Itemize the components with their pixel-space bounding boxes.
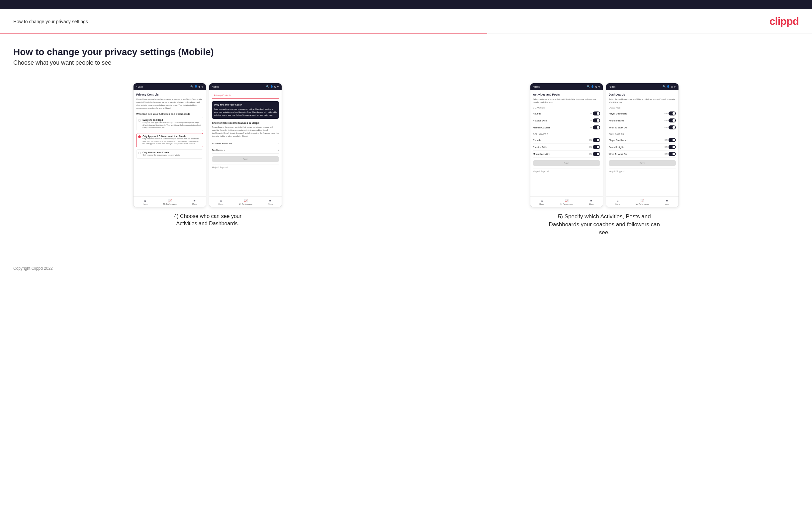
toggle-on-manual-f: ON xyxy=(589,152,600,156)
dashboards-label: Dashboards xyxy=(212,149,224,151)
nav-performance-1[interactable]: 📈 My Performance xyxy=(163,199,177,205)
nav-performance-2[interactable]: 📈 My Performance xyxy=(239,199,252,205)
on-text-pd-f: ON xyxy=(665,139,667,141)
back-button-2[interactable]: ‹ Back xyxy=(212,86,218,88)
nav-home-1[interactable]: ⌂ Home xyxy=(143,199,148,205)
player-dash-label-c: Player Dashboard xyxy=(609,112,627,115)
nav-performance-label-3: My Performance xyxy=(560,203,573,205)
radio-coach[interactable] xyxy=(138,152,141,154)
toggle-followers-round-insights[interactable]: Round Insights ON xyxy=(609,144,676,151)
activities-title: Activities and Posts xyxy=(533,93,600,96)
phone-screen-4: ‹ Back 🔍 👤 ⊕ ∨ Dashboards Select the das… xyxy=(606,83,679,207)
toggle-coaches-wtwo[interactable]: What To Work On ON xyxy=(609,124,676,131)
radio-option-followers[interactable]: Only Approved Followers and Your Coach O… xyxy=(136,133,203,147)
back-button-3[interactable]: ‹ Back xyxy=(533,86,540,88)
nav-menu-2[interactable]: ≡ Menu xyxy=(268,199,273,205)
nav-menu-3[interactable]: ≡ Menu xyxy=(589,199,594,205)
option-coach-label: Only You and Your Coach xyxy=(143,151,180,154)
nav-performance-label-1: My Performance xyxy=(163,203,177,205)
toggle-switch-df[interactable] xyxy=(593,145,600,149)
toggle-switch-ri-f[interactable] xyxy=(668,145,676,149)
toggle-followers-drills[interactable]: Practice Drills ON xyxy=(533,144,600,151)
radio-option-coach[interactable]: Only You and Your Coach Only you and the… xyxy=(136,149,203,159)
toggle-switch-rc[interactable] xyxy=(593,111,600,115)
followers-label-3: FOLLOWERS xyxy=(533,133,600,135)
save-button-4[interactable]: Save xyxy=(609,160,676,166)
toggle-on-pd-f: ON xyxy=(665,138,676,142)
back-button-1[interactable]: ‹ Back xyxy=(136,86,143,88)
performance-icon-2: 📈 xyxy=(244,199,248,203)
toggle-switch-wtwo-c[interactable] xyxy=(668,125,676,129)
nav-home-label-1: Home xyxy=(143,203,148,205)
caption-1: 4) Choose who can see your Activities an… xyxy=(164,213,251,228)
coaches-label-4: COACHES xyxy=(609,107,676,109)
toggle-on-manual-c: ON xyxy=(589,125,600,129)
on-text-wtwo-f: ON xyxy=(665,153,667,155)
toggle-on-pd-c: ON xyxy=(665,111,676,115)
phone-screen-3: ‹ Back 🔍 👤 ⊕ ∨ Activities and Posts Sele… xyxy=(530,83,603,207)
nav-home-2[interactable]: ⌂ Home xyxy=(218,199,223,205)
on-text-rc: ON xyxy=(589,112,592,114)
toggle-coaches-manual[interactable]: Manual Activities ON xyxy=(533,124,600,131)
back-button-4[interactable]: ‹ Back xyxy=(609,86,615,88)
toggle-followers-player-dash[interactable]: Player Dashboard ON xyxy=(609,137,676,144)
radio-option-everyone[interactable]: Everyone on Clippd Everyone on Clippd ca… xyxy=(136,117,203,131)
toggle-switch-mc[interactable] xyxy=(593,125,600,129)
toggle-coaches-player-dash[interactable]: Player Dashboard ON xyxy=(609,110,676,117)
feature-activities[interactable]: Activities and Posts › xyxy=(212,140,279,147)
nav-performance-4[interactable]: 📈 My Performance xyxy=(636,199,649,205)
double-phones-1: ‹ Back 🔍 👤 ⊕ ∨ Privacy Controls Control … xyxy=(133,83,282,207)
manual-label-c: Manual Activities xyxy=(533,126,550,129)
wtwo-label-c: What To Work On xyxy=(609,126,627,129)
feature-dashboards[interactable]: Dashboards › xyxy=(212,147,279,154)
toggle-switch-pd-c[interactable] xyxy=(668,111,676,115)
phone-header-2: ‹ Back 🔍 👤 ⊕ ∨ xyxy=(209,83,282,90)
toggle-coaches-round-insights[interactable]: Round Insights ON xyxy=(609,117,676,124)
toggle-coaches-drills[interactable]: Practice Drills ON xyxy=(533,117,600,124)
save-button-2[interactable]: Save xyxy=(212,156,279,162)
activities-chevron: › xyxy=(278,142,279,145)
toggle-followers-wtwo[interactable]: What To Work On ON xyxy=(609,151,676,158)
toggle-followers-rounds[interactable]: Rounds ON xyxy=(533,137,600,144)
screenshots-row: ‹ Back 🔍 👤 ⊕ ∨ Privacy Controls Control … xyxy=(13,83,799,236)
toggle-coaches-rounds[interactable]: Rounds ON xyxy=(533,110,600,117)
nav-menu-4[interactable]: ≡ Menu xyxy=(665,199,669,205)
header: How to change your privacy settings clip… xyxy=(0,9,812,33)
nav-home-3[interactable]: ⌂ Home xyxy=(539,199,544,205)
tab-privacy-controls[interactable]: Privacy Controls xyxy=(212,93,233,99)
save-button-3[interactable]: Save xyxy=(533,160,600,166)
phone-body-4: Dashboards Select the dashboards that yo… xyxy=(606,90,678,196)
toggle-switch-mf[interactable] xyxy=(593,152,600,156)
player-dash-label-f: Player Dashboard xyxy=(609,139,627,142)
toggle-switch-dc[interactable] xyxy=(593,118,600,122)
phone-screen-2: ‹ Back 🔍 👤 ⊕ ∨ Privacy Controls Only You… xyxy=(209,83,282,207)
header-icons-1: 🔍 👤 ⊕ ∨ xyxy=(190,85,204,88)
phone-nav-1: ⌂ Home 📈 My Performance ≡ Menu xyxy=(134,196,206,207)
performance-icon-1: 📈 xyxy=(168,199,172,203)
on-text-rf: ON xyxy=(589,139,592,141)
nav-menu-1[interactable]: ≡ Menu xyxy=(192,199,197,205)
phone-nav-2: ⌂ Home 📈 My Performance ≡ Menu xyxy=(209,196,282,207)
toggle-followers-manual[interactable]: Manual Activities ON xyxy=(533,151,600,158)
toggle-switch-pd-f[interactable] xyxy=(668,138,676,142)
logo: clippd xyxy=(769,15,799,27)
feature-desc: Regardless of the privacy controls that … xyxy=(212,126,279,138)
toggle-switch-rf[interactable] xyxy=(593,138,600,142)
phone-header-3: ‹ Back 🔍 👤 ⊕ ∨ xyxy=(530,83,603,90)
toggle-switch-wtwo-f[interactable] xyxy=(668,152,676,156)
nav-home-4[interactable]: ⌂ Home xyxy=(615,199,620,205)
header-icons-4: 🔍 👤 ⊕ ∨ xyxy=(663,85,676,88)
radio-followers[interactable] xyxy=(138,135,141,138)
phone-screen-1: ‹ Back 🔍 👤 ⊕ ∨ Privacy Controls Control … xyxy=(133,83,206,207)
round-insights-label-c: Round Insights xyxy=(609,119,624,122)
copyright-text: Copyright Clippd 2022 xyxy=(13,266,53,271)
rounds-label-f: Rounds xyxy=(533,139,541,142)
radio-everyone[interactable] xyxy=(138,119,141,122)
nav-menu-label-1: Menu xyxy=(192,203,197,205)
toggle-switch-ri-c[interactable] xyxy=(668,118,676,122)
nav-performance-3[interactable]: 📈 My Performance xyxy=(560,199,573,205)
activities-label: Activities and Posts xyxy=(212,143,232,145)
phone-body-3: Activities and Posts Select the types of… xyxy=(530,90,603,196)
on-text-wtwo-c: ON xyxy=(665,126,667,128)
menu-icon-2: ≡ xyxy=(269,199,271,203)
